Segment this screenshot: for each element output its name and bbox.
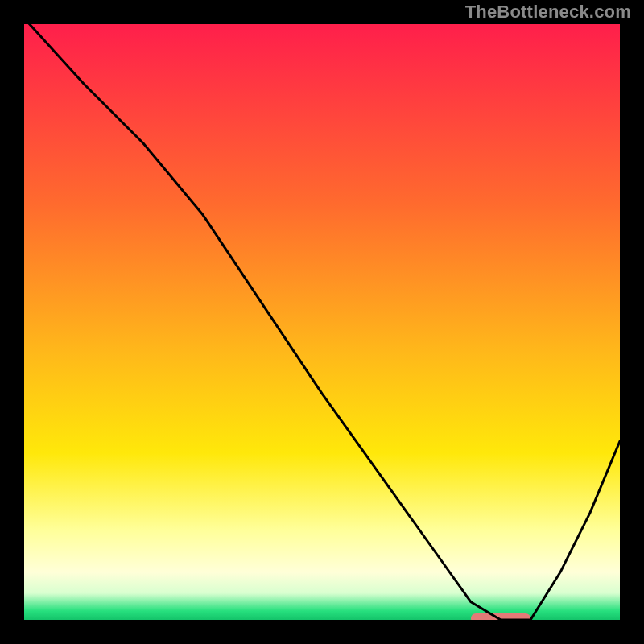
watermark-text: TheBottleneck.com	[465, 2, 631, 23]
chart-plot-area	[24, 24, 620, 620]
chart-svg	[24, 24, 620, 620]
chart-frame: TheBottleneck.com	[0, 0, 644, 644]
